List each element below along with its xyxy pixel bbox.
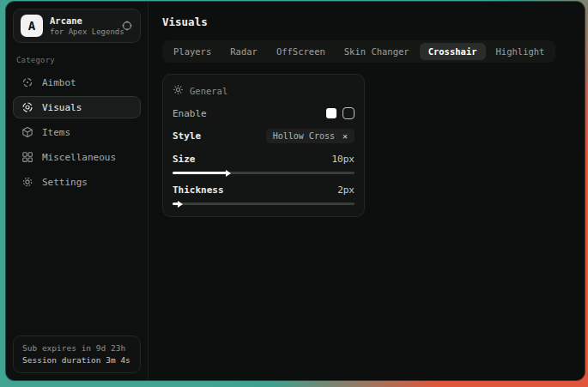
tab-offscreen[interactable]: OffScreen: [268, 43, 334, 60]
size-label: Size: [173, 154, 196, 165]
sidebar-item-label: Miscellaneous: [42, 152, 116, 163]
size-value: 10px: [332, 154, 355, 165]
sub-expires-text: Sub expires in 9d 23h: [22, 342, 131, 354]
size-row: Size 10px: [173, 154, 355, 165]
tab-crosshair[interactable]: Crosshair: [420, 43, 486, 60]
sidebar-item-miscellaneous[interactable]: Miscellaneous: [13, 146, 141, 168]
sidebar-item-label: Aimbot: [42, 77, 76, 88]
category-label: Category: [16, 56, 137, 64]
sidebar-item-settings[interactable]: Settings: [13, 171, 141, 193]
sidebar-item-label: Visuals: [42, 102, 82, 113]
crosshair-icon: [21, 76, 33, 88]
sidebar-nav: Aimbot Visuals Items Miscellaneous Setti…: [13, 71, 141, 193]
eye-focus-icon: [21, 101, 33, 113]
enable-row: Enable: [173, 107, 355, 119]
brand-name: Arcane: [50, 15, 114, 27]
page-title: Visuals: [162, 15, 571, 28]
tab-skin-changer[interactable]: Skin Changer: [336, 43, 418, 60]
brand-meta: Arcane for Apex Legends: [50, 15, 114, 37]
panel-title: General: [190, 86, 227, 96]
sidebar-item-visuals[interactable]: Visuals: [13, 96, 141, 118]
general-panel: General Enable Style Hollow Cross ✕ Size…: [162, 74, 365, 217]
app-window: A Arcane for Apex Legends Category Aimbo…: [6, 2, 585, 380]
size-slider-thumb[interactable]: [226, 170, 231, 177]
style-row: Style Hollow Cross ✕: [173, 129, 355, 143]
main-content: Visuals Players Radar OffScreen Skin Cha…: [149, 2, 585, 380]
brand-subtitle: for Apex Legends: [50, 27, 114, 37]
sidebar-item-label: Settings: [42, 177, 88, 188]
panel-header: General: [173, 84, 355, 97]
sun-icon: [173, 84, 184, 97]
sidebar-item-items[interactable]: Items: [13, 121, 141, 143]
enable-label: Enable: [173, 108, 207, 119]
thickness-label: Thickness: [173, 184, 224, 196]
style-select-value: Hollow Cross: [273, 131, 335, 141]
session-duration-text: Session duration 3m 4s: [22, 354, 131, 366]
thickness-slider[interactable]: [173, 203, 355, 205]
subscription-card: Sub expires in 9d 23h Session duration 3…: [13, 336, 141, 373]
style-label: Style: [173, 130, 201, 142]
target-icon: [121, 20, 133, 32]
size-slider[interactable]: [173, 172, 355, 174]
clear-icon[interactable]: ✕: [342, 132, 348, 141]
brand-card: A Arcane for Apex Legends: [13, 9, 141, 43]
tab-radar[interactable]: Radar: [221, 43, 266, 60]
tab-highlight[interactable]: Highlight: [488, 43, 554, 60]
thickness-row: Thickness 2px: [173, 184, 355, 196]
sidebar-item-aimbot[interactable]: Aimbot: [13, 71, 141, 94]
enable-checkbox[interactable]: [326, 108, 336, 118]
thickness-slider-thumb[interactable]: [178, 201, 183, 208]
enable-controls: [326, 107, 355, 119]
color-swatch[interactable]: [342, 107, 355, 119]
tab-players[interactable]: Players: [165, 43, 220, 60]
style-select[interactable]: Hollow Cross ✕: [266, 129, 355, 143]
sidebar: A Arcane for Apex Legends Category Aimbo…: [6, 2, 149, 380]
sidebar-item-label: Items: [42, 127, 70, 138]
package-icon: [21, 126, 33, 138]
tab-bar: Players Radar OffScreen Skin Changer Cro…: [162, 40, 555, 63]
grid-icon: [21, 151, 33, 163]
brand-logo: A: [21, 15, 43, 37]
thickness-value: 2px: [337, 184, 355, 196]
size-slider-fill: [173, 172, 227, 174]
gear-icon: [21, 176, 33, 188]
